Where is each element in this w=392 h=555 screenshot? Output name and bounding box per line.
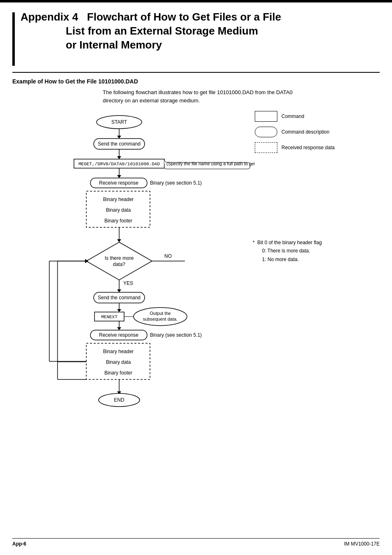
diamond-label: Is there more bbox=[105, 255, 134, 261]
section-description: The following flowchart illustrates how … bbox=[103, 88, 293, 105]
note-1: 1: No more data. bbox=[259, 255, 322, 264]
header-divider bbox=[12, 72, 380, 73]
receive-response-1-label: Receive response bbox=[99, 180, 138, 186]
title-line3: or Internal Memory bbox=[66, 39, 162, 51]
page: Appendix 4 Flowchart of How to Get Files… bbox=[0, 0, 392, 555]
binary-note-2: Binary (see section 5.1) bbox=[150, 332, 202, 338]
appendix-label: Appendix 4 bbox=[21, 11, 78, 23]
note-line1: * Bit 0 of the binary header flag bbox=[253, 238, 322, 247]
svg-marker-26 bbox=[117, 327, 121, 330]
send-command-2-label: Send the command bbox=[98, 295, 141, 301]
legend: Command Command description Received res… bbox=[255, 111, 334, 153]
svg-marker-17 bbox=[117, 289, 121, 292]
legend-desc-label: Command description bbox=[281, 129, 330, 135]
title-line1: Flowchart of How to Get Files or a File bbox=[87, 11, 281, 23]
bottom-divider bbox=[12, 538, 380, 539]
send-command-1-label: Send the command bbox=[98, 141, 141, 147]
receive-response-2-label: Receive response bbox=[99, 332, 138, 338]
binary-note-1: Binary (see section 5.1) bbox=[150, 180, 202, 186]
left-accent-bar bbox=[12, 12, 15, 66]
svg-marker-5 bbox=[117, 156, 121, 159]
page-header: Appendix 4 Flowchart of How to Get Files… bbox=[21, 10, 376, 55]
note-title: Bit 0 of the binary header flag bbox=[257, 240, 322, 245]
command-2-label: MENEXT bbox=[101, 314, 118, 319]
svg-marker-2 bbox=[117, 136, 121, 139]
note-0: 0: There is more data. bbox=[259, 247, 322, 255]
page-title: Appendix 4 Flowchart of How to Get Files… bbox=[21, 10, 376, 55]
legend-command-desc: Command description bbox=[255, 127, 334, 137]
footer-left: App-6 bbox=[12, 541, 26, 547]
svg-marker-39 bbox=[85, 259, 88, 263]
end-label: END bbox=[114, 397, 125, 403]
binary-footer-2: Binary footer bbox=[104, 370, 132, 376]
binary-data-1: Binary data bbox=[106, 207, 131, 213]
svg-marker-20 bbox=[117, 309, 121, 312]
legend-command: Command bbox=[255, 111, 334, 122]
flowchart-svg: START Send the command MEGET,/DRV0/DATA0… bbox=[25, 113, 255, 426]
legend-rect-shape bbox=[255, 111, 277, 122]
start-label: START bbox=[111, 119, 127, 125]
legend-oval-shape bbox=[255, 127, 277, 137]
footer-right: IM MV1000-17E bbox=[344, 541, 380, 547]
desc-line2: directory on an external storage medium. bbox=[103, 97, 200, 104]
legend-dashed-shape bbox=[255, 142, 277, 153]
binary-header-1: Binary header bbox=[103, 197, 134, 202]
output-label: Output the bbox=[150, 311, 171, 316]
notes: * Bit 0 of the binary header flag 0: The… bbox=[253, 238, 322, 264]
section-title: Example of How to Get the File 10101000.… bbox=[12, 78, 138, 85]
note-star: * bbox=[253, 240, 255, 245]
binary-data-2: Binary data bbox=[106, 359, 131, 365]
yes-label: YES bbox=[123, 280, 133, 286]
svg-text:subsequent data.: subsequent data. bbox=[143, 317, 178, 321]
svg-marker-13 bbox=[86, 242, 152, 280]
command-1-label: MEGET,/DRV0/DATA0/10101000.DAD bbox=[78, 162, 160, 166]
legend-response: Received response data bbox=[255, 142, 334, 153]
desc-line1: The following flowchart illustrates how … bbox=[103, 89, 293, 95]
svg-text:data?: data? bbox=[113, 261, 125, 267]
top-border bbox=[0, 0, 392, 2]
title-line2: List from an External Storage Medium bbox=[66, 25, 258, 37]
legend-response-label: Received response data bbox=[281, 145, 334, 150]
binary-header-2: Binary header bbox=[103, 349, 134, 354]
no-label: NO bbox=[164, 253, 172, 259]
command-1-note: (Specify the file name using a full path… bbox=[166, 161, 255, 166]
legend-command-label: Command bbox=[281, 113, 304, 119]
binary-footer-1: Binary footer bbox=[104, 218, 132, 224]
svg-marker-8 bbox=[117, 175, 121, 178]
svg-marker-12 bbox=[117, 239, 121, 242]
